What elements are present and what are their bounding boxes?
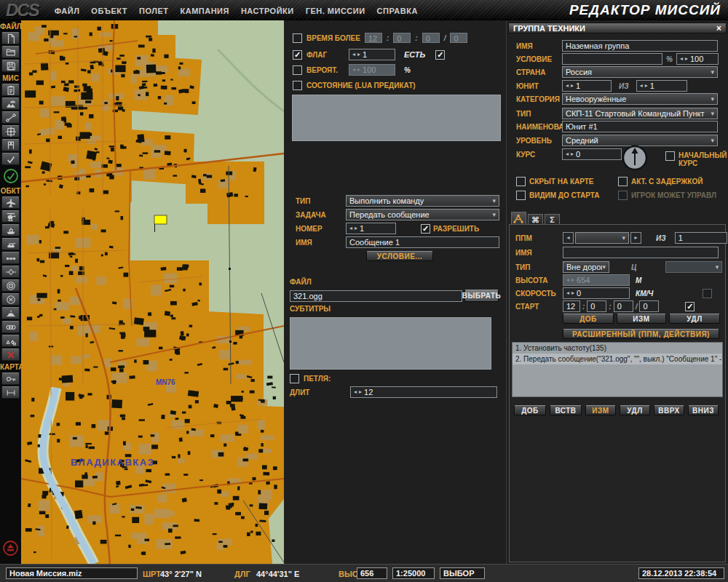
- wp-button-2[interactable]: УДЛ: [669, 314, 720, 324]
- type-dropdown[interactable]: Выполнить команду ▾: [346, 195, 499, 207]
- allow-checkbox[interactable]: ✓: [421, 224, 430, 234]
- spinner-right-icon[interactable]: ▸: [571, 151, 574, 157]
- spinner-left-icon[interactable]: ◂: [566, 83, 569, 89]
- map-view[interactable]: MN76 ВЛАДИКАВКАЗ: [21, 20, 284, 564]
- probability-checkbox[interactable]: [293, 65, 302, 75]
- unit-type-dropdown[interactable]: СКП-11 Стартовый Командный Пункт ▾: [562, 108, 718, 119]
- wp-type-dropdown[interactable]: Вне дорог ▾: [563, 261, 609, 273]
- spinner-left-icon[interactable]: ◂: [349, 226, 352, 231]
- action-button-4[interactable]: ВВРХ: [654, 405, 684, 415]
- spinner-right-icon[interactable]: ▸: [355, 226, 357, 231]
- ship-button[interactable]: [1, 224, 20, 236]
- menu-item-2[interactable]: ПОЛЕТ: [139, 7, 168, 15]
- convoy-button[interactable]: [1, 252, 20, 264]
- wp-button-1[interactable]: ИЗМ: [617, 314, 666, 324]
- action-list-item-1[interactable]: 2. Передать сообщение("321.ogg", "", вык…: [513, 354, 722, 364]
- unit-of-spinner[interactable]: ◂ ▸ 1: [636, 80, 687, 92]
- ppm-dropdown[interactable]: ▾: [575, 232, 629, 244]
- shapes-button[interactable]: [1, 335, 20, 347]
- key-button[interactable]: [1, 372, 20, 385]
- visible-before-start-checkbox[interactable]: [516, 191, 526, 200]
- group-name-input[interactable]: Наземная группа: [562, 40, 718, 52]
- gates-button[interactable]: [1, 139, 20, 151]
- start-seconds-field[interactable]: 0: [614, 300, 633, 312]
- time-minutes-field[interactable]: 0: [393, 33, 411, 43]
- start-minutes-field[interactable]: 0: [587, 300, 606, 312]
- menu-item-1[interactable]: ОБЪЕКТ: [91, 7, 127, 15]
- green-check-button[interactable]: [0, 168, 21, 184]
- tab-summary[interactable]: Σ: [545, 214, 560, 225]
- time-hours-field[interactable]: 12: [365, 33, 382, 43]
- start-day-field[interactable]: 0: [639, 300, 659, 312]
- save-button[interactable]: [1, 60, 20, 72]
- close-icon[interactable]: ×: [716, 24, 721, 33]
- action-button-5[interactable]: ВНИЗ: [688, 405, 719, 415]
- spinner-left-icon[interactable]: ◂: [354, 389, 357, 395]
- tab-route[interactable]: [511, 212, 526, 225]
- ruler-button[interactable]: [1, 386, 20, 399]
- flag-number-spinner[interactable]: ◂ ▸ 1: [349, 49, 395, 60]
- speed-spinner[interactable]: ◂▸ 0: [563, 287, 630, 299]
- vehicle-button[interactable]: [1, 238, 20, 250]
- time-days-field[interactable]: 0: [450, 33, 467, 43]
- spinner-left-icon[interactable]: ◂: [680, 56, 683, 62]
- zones-button[interactable]: [1, 321, 20, 333]
- file-input[interactable]: 321.ogg: [290, 290, 462, 302]
- callsign-input[interactable]: Юнит #1: [562, 121, 718, 132]
- static-object-button[interactable]: [1, 307, 20, 319]
- route-button[interactable]: [1, 111, 20, 124]
- spinner-right-icon[interactable]: ▸: [357, 52, 360, 57]
- category-dropdown[interactable]: Невооружённые ▾: [562, 93, 718, 105]
- spinner-right-icon[interactable]: ▸: [571, 83, 574, 89]
- helicopter-button[interactable]: [1, 210, 20, 223]
- open-folder-button[interactable]: [1, 46, 20, 58]
- flag-checkbox[interactable]: ✓: [293, 50, 302, 60]
- wp-button-0[interactable]: ДОБ: [563, 314, 614, 324]
- condition-spinner[interactable]: ◂ ▸ 100: [676, 53, 719, 65]
- unit-spinner[interactable]: ◂ ▸ 1: [562, 80, 612, 92]
- tab-actions[interactable]: ⌘: [528, 214, 543, 225]
- group-condition-input[interactable]: [562, 53, 662, 65]
- eject-exit-button[interactable]: [2, 540, 19, 559]
- airplane-button[interactable]: [1, 196, 20, 209]
- action-button-1[interactable]: ВСТВ: [550, 405, 582, 415]
- flag-is-checkbox[interactable]: ✓: [435, 50, 445, 60]
- action-button-0[interactable]: ДОБ: [514, 405, 546, 415]
- heading-spinner[interactable]: ◂ ▸ 0: [562, 148, 622, 160]
- spinner-right-icon[interactable]: ▸: [685, 56, 688, 62]
- menu-item-5[interactable]: ГЕН. МИССИИ: [306, 7, 365, 15]
- duration-spinner[interactable]: ◂ ▸ 12: [350, 386, 497, 398]
- action-button-3[interactable]: УДЛ: [620, 405, 650, 415]
- task-dropdown[interactable]: Передать сообщение ▾: [346, 209, 499, 220]
- waypoint-button[interactable]: [1, 266, 20, 278]
- spinner-right-icon[interactable]: ▸: [359, 389, 362, 395]
- advanced-button[interactable]: РАСШИРЕННЫЙ (ППМ, ДЕЙСТВИЯ): [563, 329, 719, 339]
- country-dropdown[interactable]: Россия ▾: [562, 66, 718, 78]
- ppm-prev-button[interactable]: ◂: [563, 232, 574, 244]
- spinner-left-icon[interactable]: ◂: [640, 83, 643, 89]
- new-file-button[interactable]: [1, 32, 20, 44]
- number-spinner[interactable]: ◂ ▸ 1: [346, 223, 396, 234]
- map-scale-field[interactable]: 1:25000: [392, 567, 435, 579]
- lua-predicate-checkbox[interactable]: [293, 81, 302, 90]
- action-list-item-0[interactable]: 1. Установить частоту(135): [513, 343, 722, 354]
- name-input[interactable]: Сообщение 1: [346, 236, 499, 248]
- action-list[interactable]: 1. Установить частоту(135)2. Передать со…: [512, 342, 723, 397]
- spinner-left-icon[interactable]: ◂: [352, 52, 355, 57]
- hidden-on-map-checkbox[interactable]: [516, 177, 526, 186]
- action-button-2[interactable]: ИЗМ: [585, 405, 616, 415]
- subtitles-textarea[interactable]: [290, 317, 491, 370]
- menu-item-3[interactable]: КАМПАНИЯ: [180, 7, 229, 15]
- circle-x-button[interactable]: [1, 293, 20, 306]
- check-button[interactable]: [1, 153, 20, 165]
- menu-item-0[interactable]: ФАЙЛ: [55, 7, 80, 15]
- select-mode-field[interactable]: ВЫБОР: [440, 567, 485, 579]
- menu-item-6[interactable]: СПРАВКА: [377, 7, 418, 15]
- start-time-checkbox[interactable]: ✓: [685, 302, 695, 311]
- late-activation-checkbox[interactable]: [618, 177, 628, 186]
- lua-predicate-textarea[interactable]: [292, 95, 501, 141]
- menu-item-4[interactable]: НАСТРОЙКИ: [241, 7, 294, 15]
- condition-button[interactable]: УСЛОВИЕ...: [366, 251, 433, 261]
- ppm-next-button[interactable]: ▸: [630, 232, 641, 244]
- time-more-checkbox[interactable]: [293, 33, 302, 43]
